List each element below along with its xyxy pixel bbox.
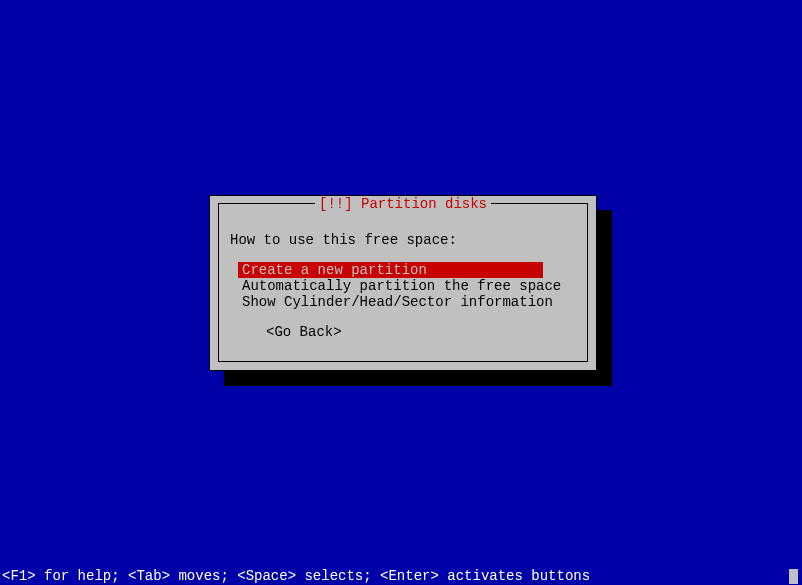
status-bar-text: <F1> for help; <Tab> moves; <Space> sele… xyxy=(2,568,590,584)
go-back-button[interactable]: <Go Back> xyxy=(266,324,582,340)
partition-dialog: [!!] Partition disks How to use this fre… xyxy=(209,195,597,371)
menu-item-auto-partition[interactable]: Automatically partition the free space xyxy=(238,278,582,294)
menu-item-show-chs[interactable]: Show Cylinder/Head/Sector information xyxy=(238,294,582,310)
status-bar: <F1> for help; <Tab> moves; <Space> sele… xyxy=(0,567,802,585)
menu-item-create-partition[interactable]: Create a new partition xyxy=(238,262,543,278)
cursor xyxy=(789,569,798,584)
menu: Create a new partition Automatically par… xyxy=(238,262,582,310)
dialog-prompt: How to use this free space: xyxy=(230,232,582,248)
dialog-content: How to use this free space: Create a new… xyxy=(230,232,582,340)
dialog-title: [!!] Partition disks xyxy=(315,196,491,212)
